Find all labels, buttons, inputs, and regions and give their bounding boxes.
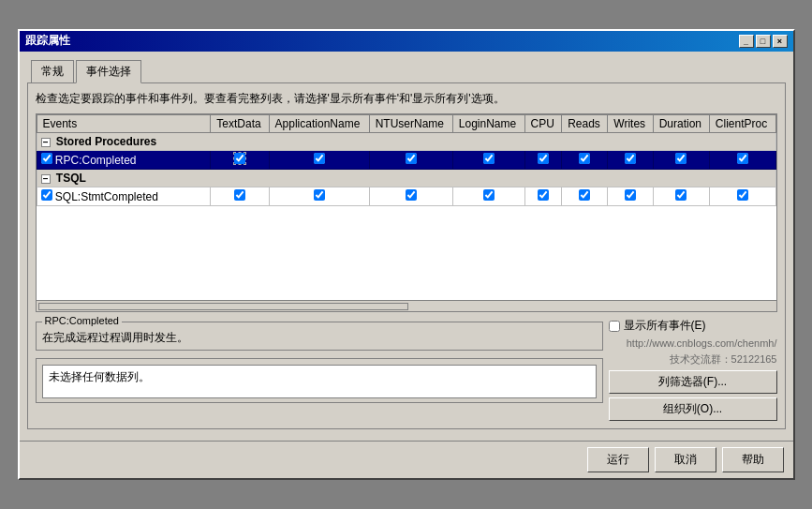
check-rpc-loginname[interactable]: [483, 153, 495, 164]
check-rpc-ntusername[interactable]: [406, 153, 417, 164]
column-selector-button[interactable]: 列筛选器(F)...: [609, 370, 777, 394]
event-info-box: RPC:Completed 在完成远程过程调用时发生。: [36, 322, 603, 351]
check-rpc-clientproc[interactable]: [737, 153, 748, 164]
check-sql-ntusername[interactable]: [406, 189, 417, 201]
collapse-tsql[interactable]: –: [41, 174, 51, 184]
tab-general[interactable]: 常规: [31, 60, 74, 83]
tab-content: 检查选定要跟踪的事件和事件列。要查看完整列表，请选择'显示所有事件'和'显示所有…: [27, 82, 786, 430]
events-table-container[interactable]: Events TextData ApplicationName NTUserNa…: [36, 113, 777, 301]
col-events: Events: [37, 115, 211, 133]
minimize-button[interactable]: _: [739, 35, 754, 48]
filter-text: 未选择任何数据列。: [49, 370, 150, 383]
check-rpc-appname[interactable]: [314, 153, 325, 164]
main-dialog: 跟踪属性 _ □ × 常规 事件选择 检查选定要跟踪的事件和事件列。要查看完整列…: [18, 29, 795, 481]
event-info-content: 在完成远程过程调用时发生。: [42, 326, 597, 346]
sql-stmtcompleted-label: SQL:StmtCompleted: [55, 190, 158, 203]
maximize-button[interactable]: □: [756, 35, 771, 48]
col-cpu: CPU: [524, 115, 562, 133]
check-sql-writes[interactable]: [625, 189, 636, 201]
section-label-tsql: TSQL: [56, 172, 86, 185]
col-textdata: TextData: [211, 115, 269, 133]
title-bar-buttons: _ □ ×: [739, 35, 788, 48]
show-all-events-label: 显示所有事件(E): [624, 318, 706, 334]
check-sql-duration[interactable]: [675, 189, 687, 201]
show-all-events-checkbox[interactable]: [609, 321, 620, 332]
dialog-title: 跟踪属性: [25, 33, 70, 49]
collapse-stored-procedures[interactable]: –: [41, 138, 51, 147]
table-row-rpc-completed[interactable]: RPC:Completed: [37, 151, 775, 170]
bottom-section: RPC:Completed 在完成远程过程调用时发生。 未选择任何数据列。: [36, 318, 777, 421]
tab-strip: 常规 事件选择: [27, 59, 786, 82]
check-sql-loginname[interactable]: [483, 189, 495, 201]
bottom-left: RPC:Completed 在完成远程过程调用时发生。 未选择任何数据列。: [36, 318, 603, 421]
title-bar: 跟踪属性 _ □ ×: [20, 31, 793, 52]
check-sql-clientproc[interactable]: [737, 189, 748, 201]
event-info-title: RPC:Completed: [42, 315, 122, 326]
check-sql-reads[interactable]: [579, 189, 590, 201]
table-header-row: Events TextData ApplicationName NTUserNa…: [37, 115, 775, 133]
col-clientproc: ClientProc: [709, 115, 775, 133]
dialog-body: 常规 事件选择 检查选定要跟踪的事件和事件列。要查看完整列表，请选择'显示所有事…: [20, 52, 793, 438]
check-rpc-reads[interactable]: [579, 153, 590, 164]
check-rpc-writes[interactable]: [625, 153, 636, 164]
watermark-text: http://www.cnblogs.com/chenmh/: [609, 337, 777, 349]
col-loginname: LoginName: [452, 115, 524, 133]
check-rpc-textdata[interactable]: [234, 153, 245, 164]
filter-info-box: 未选择任何数据列。: [36, 358, 603, 403]
col-duration: Duration: [653, 115, 709, 133]
section-tsql: – TSQL: [37, 170, 775, 187]
show-all-events-row: 显示所有事件(E): [609, 318, 777, 334]
run-button[interactable]: 运行: [587, 447, 649, 472]
help-button[interactable]: 帮助: [722, 447, 784, 472]
bottom-right: 显示所有事件(E) http://www.cnblogs.com/chenmh/…: [609, 318, 777, 421]
check-sql-textdata[interactable]: [234, 189, 245, 201]
check-sql-event[interactable]: [41, 189, 52, 201]
table-row-sql-stmtcompleted[interactable]: SQL:StmtCompleted: [37, 187, 775, 206]
description-text: 检查选定要跟踪的事件和事件列。要查看完整列表，请选择'显示所有事件'和'显示所有…: [36, 91, 777, 107]
col-appname: ApplicationName: [269, 115, 369, 133]
check-sql-cpu[interactable]: [538, 189, 549, 201]
col-reads: Reads: [562, 115, 608, 133]
filter-content: 未选择任何数据列。: [42, 365, 597, 398]
check-sql-appname[interactable]: [314, 189, 325, 201]
events-table: Events TextData ApplicationName NTUserNa…: [37, 114, 776, 206]
tab-event-selection[interactable]: 事件选择: [76, 60, 141, 83]
check-rpc-cpu[interactable]: [538, 153, 549, 164]
check-rpc-completed-event[interactable]: [41, 153, 52, 164]
rpc-completed-label: RPC:Completed: [55, 154, 137, 167]
close-button[interactable]: ×: [773, 35, 788, 48]
section-label-stored-procedures: Stored Procedures: [56, 135, 156, 148]
organize-columns-button[interactable]: 组织列(O)...: [609, 397, 777, 421]
col-ntusername: NTUserName: [369, 115, 452, 133]
cancel-button[interactable]: 取消: [655, 447, 716, 472]
dialog-footer: 运行 取消 帮助: [20, 441, 793, 478]
col-writes: Writes: [608, 115, 653, 133]
check-rpc-duration[interactable]: [675, 153, 687, 164]
section-stored-procedures: – Stored Procedures: [37, 133, 775, 151]
tech-info-text: 技术交流群：52122165: [609, 352, 777, 367]
table-scrollbar[interactable]: [36, 301, 777, 312]
